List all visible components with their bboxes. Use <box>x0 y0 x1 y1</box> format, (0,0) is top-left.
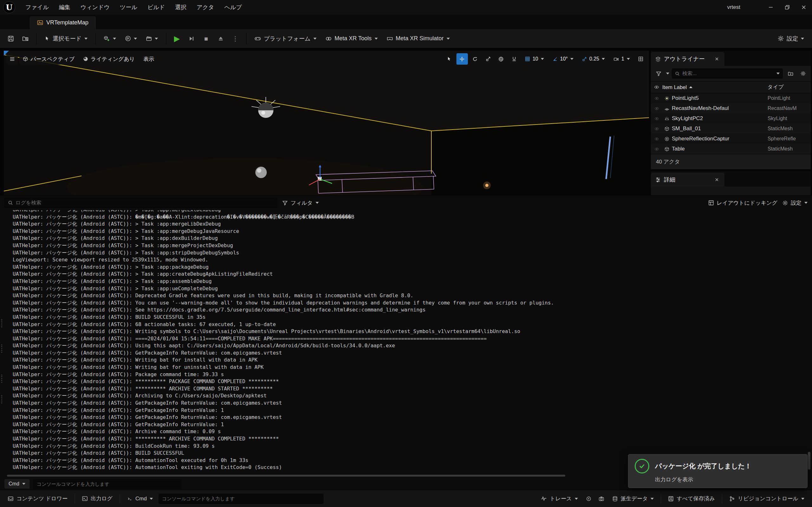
world-local-toggle-button[interactable] <box>496 53 507 65</box>
play-options-button[interactable]: ⋮ <box>229 32 242 45</box>
outliner-row[interactable]: RecastNavMesh-DefaulRecastNavM <box>651 103 811 113</box>
console-command-input[interactable] <box>33 479 181 489</box>
rotation-snap-button[interactable]: 10° <box>549 53 577 65</box>
details-tabstrip: 詳細 <box>651 171 811 187</box>
console-mode-button[interactable]: Cmd <box>4 479 30 489</box>
dock-in-layout-button[interactable]: レイアウトにドッキング <box>708 199 777 207</box>
outliner-row[interactable]: TableStaticMesh <box>651 144 811 154</box>
meta-xr-tools-button[interactable]: Meta XR Tools <box>321 32 382 45</box>
grid-snap-icon <box>525 56 530 61</box>
move-tool-button[interactable] <box>456 53 468 65</box>
menu-item[interactable]: ヘルプ <box>219 0 247 14</box>
platforms-button[interactable]: プラットフォーム <box>250 32 321 45</box>
menu-item[interactable]: 編集 <box>54 0 75 14</box>
frame-skip-button[interactable] <box>185 32 199 45</box>
log-line: UATHelper: パッケージ化 (Android (ASTC)): > Ta… <box>13 210 807 214</box>
select-tool-button[interactable] <box>444 53 455 65</box>
tab-label: VRTemplateMap <box>46 19 89 26</box>
output-log-button[interactable]: 出力ログ <box>79 493 116 505</box>
log-search[interactable] <box>4 198 277 208</box>
statusbar-console-mode-button[interactable]: Cmd <box>124 493 156 505</box>
log-filter-button[interactable]: フィルタ <box>282 199 319 207</box>
insights-target-button[interactable] <box>583 494 594 504</box>
outliner-filter-button[interactable] <box>653 68 664 78</box>
cinematics-button[interactable] <box>142 32 162 45</box>
dock-icon <box>708 200 714 206</box>
all-saved-button[interactable]: すべて保存済み <box>665 493 718 505</box>
outliner-row[interactable]: SM_Ball_01StaticMesh <box>651 124 811 134</box>
log-lines: UATHelper: パッケージ化 (Android (ASTC)): > Ta… <box>0 210 807 471</box>
trace-button[interactable]: トレース <box>538 493 581 505</box>
content-drawer-button[interactable]: コンテンツ ドロワー <box>4 493 71 505</box>
menu-item[interactable]: アクタ <box>192 0 219 14</box>
viewport-options-button[interactable] <box>6 53 18 65</box>
screenshot-button[interactable] <box>596 494 606 504</box>
grid-snap-button[interactable]: 10 <box>521 53 548 65</box>
minimize-button[interactable] <box>763 0 779 14</box>
eject-button[interactable] <box>214 32 228 45</box>
settings-button[interactable]: 設定 <box>774 32 808 45</box>
packaging-complete-toast[interactable]: パッケージ化 が完了しました！ 出力ログを表示 <box>628 454 808 488</box>
scale-tool-button[interactable] <box>483 53 494 65</box>
scale-snap-button[interactable]: 0.25 <box>578 53 608 65</box>
column-item-label[interactable]: Item Label <box>662 84 687 90</box>
camera-speed-button[interactable]: 1 <box>610 53 633 65</box>
funnel-icon <box>282 200 288 206</box>
menu-item[interactable]: ツール <box>115 0 142 14</box>
output-log-panel: フィルタ レイアウトにドッキング 設定 UATHelper: パッケージ化 (A… <box>0 195 812 490</box>
outliner-search-input[interactable] <box>682 71 774 76</box>
column-type[interactable]: タイプ <box>768 83 784 91</box>
log-search-input[interactable] <box>15 200 274 206</box>
blueprints-button[interactable] <box>121 32 141 45</box>
browse-content-button[interactable] <box>18 32 32 45</box>
close-button[interactable] <box>796 0 812 14</box>
maximize-viewport-button[interactable] <box>635 53 647 65</box>
viewport[interactable]: パースペクティブ ライティングあり 表示 <box>4 51 649 195</box>
outliner-new-folder-button[interactable] <box>785 68 796 78</box>
log-line: UATHelper: パッケージ化 (Android (ASTC)): Buil… <box>13 443 807 450</box>
outliner-row[interactable]: SkyLightPC2SkyLight <box>651 113 811 124</box>
log-line: UATHelper: パッケージ化 (Android (ASTC)): Usin… <box>13 342 807 349</box>
menu-item[interactable]: ウィンドウ <box>75 0 115 14</box>
close-details-button[interactable] <box>714 176 720 183</box>
view-mode-button[interactable]: ライティングあり <box>80 53 138 65</box>
outliner-column-header[interactable]: Item Label タイプ <box>651 81 811 93</box>
add-actor-button[interactable] <box>100 32 120 45</box>
outliner-row[interactable]: SphereReflectionCapturSphereRefle <box>651 134 811 144</box>
surface-snap-button[interactable] <box>508 53 520 65</box>
eye-icon <box>651 84 662 90</box>
actor-type: StaticMesh <box>768 146 809 152</box>
stop-button[interactable]: ■ <box>199 32 213 45</box>
show-flags-button[interactable]: 表示 <box>140 53 158 65</box>
play-button[interactable]: ▶ <box>170 32 184 45</box>
select-mode-button[interactable]: 選択モード <box>40 32 92 45</box>
derived-data-button[interactable]: 派生データ <box>609 493 657 505</box>
tab-details[interactable]: 詳細 <box>651 173 724 187</box>
tab-vrtemplatemap[interactable]: VRTemplateMap <box>29 16 96 29</box>
menu-item[interactable]: 選択 <box>170 0 192 14</box>
maximize-button[interactable] <box>779 0 796 14</box>
log-line: UATHelper: パッケージ化 (Android (ASTC)): Depr… <box>13 292 807 299</box>
log-body[interactable]: UATHelper: パッケージ化 (Android (ASTC)): > Ta… <box>0 210 807 473</box>
rotate-tool-button[interactable] <box>469 53 481 65</box>
log-vertical-scrollbar[interactable] <box>808 452 810 469</box>
statusbar-console-input[interactable] <box>159 494 323 504</box>
close-outliner-button[interactable] <box>714 56 720 62</box>
save-button[interactable] <box>4 32 18 45</box>
revision-control-button[interactable]: リビジョンコントロール <box>726 493 808 505</box>
menu-item[interactable]: ファイル <box>20 0 54 14</box>
chevron-down-icon <box>134 38 137 40</box>
meta-xr-simulator-button[interactable]: Meta XR Simulator <box>383 32 454 45</box>
show-output-log-link[interactable]: 出力ログを表示 <box>655 476 693 483</box>
outliner-row[interactable]: PointLight5PointLight <box>651 93 811 103</box>
eye-icon <box>651 147 662 152</box>
menu-item[interactable]: ビルド <box>142 0 170 14</box>
outliner-search[interactable] <box>672 68 783 78</box>
outliner-settings-button[interactable] <box>798 68 808 78</box>
log-horizontal-scrollbar[interactable] <box>7 475 565 476</box>
lit-sphere-icon <box>83 56 88 61</box>
tab-outliner[interactable]: アウトライナー <box>651 52 724 66</box>
perspective-button[interactable]: パースペクティブ <box>19 53 78 65</box>
log-settings-button[interactable]: 設定 <box>782 199 808 207</box>
viewport-layout-icon <box>638 56 643 61</box>
